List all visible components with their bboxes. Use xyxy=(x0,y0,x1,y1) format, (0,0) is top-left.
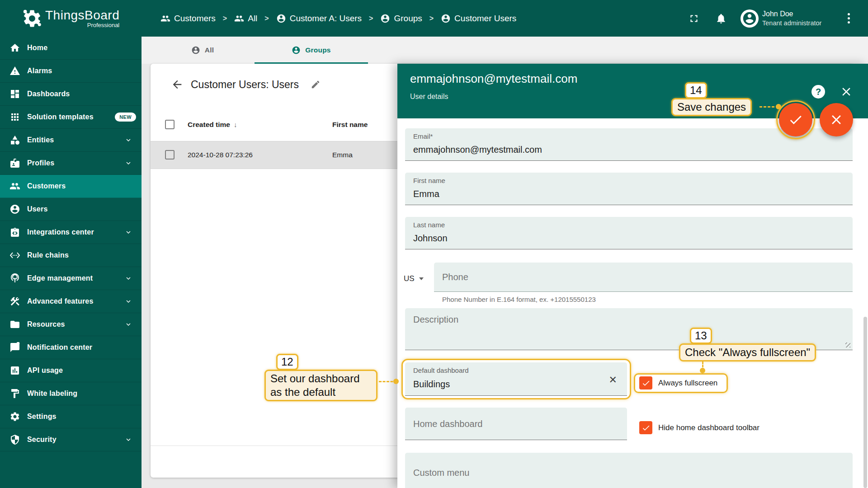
sidebar-item-security[interactable]: Security xyxy=(0,428,142,451)
sidebar-item-solution-templates[interactable]: Solution templates NEW xyxy=(0,106,142,129)
router-icon xyxy=(9,273,20,284)
phone-input[interactable] xyxy=(442,271,844,283)
chevron-down-icon xyxy=(124,159,132,167)
sidebar-item-resources[interactable]: Resources xyxy=(0,313,142,336)
thingsboard-logo[interactable]: ThingsBoard Professional xyxy=(0,0,142,37)
checkbox-checked-icon[interactable] xyxy=(639,421,652,434)
first-name-label: First name xyxy=(413,177,445,184)
column-first-name[interactable]: First name xyxy=(332,121,368,129)
description-textarea[interactable] xyxy=(413,314,844,343)
account-circle-icon xyxy=(191,46,200,55)
first-name-field[interactable]: First name xyxy=(405,173,853,205)
phone-field[interactable] xyxy=(434,263,853,292)
column-created-time[interactable]: Created time↓ xyxy=(188,121,237,129)
scrollbar-thumb[interactable] xyxy=(863,317,867,488)
sidebar-item-dashboards[interactable]: Dashboards xyxy=(0,83,142,106)
sidebar-item-notification-center[interactable]: Notification center xyxy=(0,336,142,359)
close-icon[interactable] xyxy=(840,85,853,99)
dropdown-arrow-icon xyxy=(419,277,424,280)
panel-subtitle: User details xyxy=(410,93,448,101)
account-circle-icon xyxy=(380,14,390,23)
sidebar-item-customers[interactable]: Customers xyxy=(0,175,142,198)
sidebar-item-integrations-center[interactable]: Integrations center xyxy=(0,221,142,244)
clear-icon[interactable]: ✕ xyxy=(609,374,617,386)
settings-ethernet-icon xyxy=(9,250,20,261)
sidebar-item-profiles[interactable]: Profiles xyxy=(0,152,142,175)
annotation-12-label: Set our dashboard as the default xyxy=(264,370,377,401)
custom-menu-input[interactable] xyxy=(413,466,844,479)
back-arrow-icon[interactable] xyxy=(171,78,184,91)
breadcrumb-separator: > xyxy=(264,14,269,23)
row-checkbox[interactable] xyxy=(165,150,175,160)
shield-icon xyxy=(9,434,20,445)
sidebar-item-settings[interactable]: Settings xyxy=(0,405,142,428)
phone-hint: Phone Number in E.164 format, ex. +12015… xyxy=(442,296,596,303)
user-menu[interactable]: John Doe Tenant administrator xyxy=(762,10,823,27)
home-icon xyxy=(9,42,20,53)
construction-icon xyxy=(9,296,20,307)
people-icon xyxy=(9,181,20,192)
last-name-field[interactable]: Last name xyxy=(405,217,853,249)
apps-icon xyxy=(9,112,20,122)
format-paint-icon xyxy=(9,388,20,399)
sidebar-item-edge-management[interactable]: Edge management xyxy=(0,267,142,290)
tab-groups[interactable]: Groups xyxy=(255,37,368,64)
sidebar-nav: Home Alarms Dashboards Solution template… xyxy=(0,37,142,451)
cancel-changes-button[interactable] xyxy=(820,103,853,136)
notifications-bell-icon[interactable] xyxy=(715,13,727,24)
country-code: US xyxy=(404,274,415,283)
first-name-input[interactable] xyxy=(413,188,844,200)
chevron-down-icon xyxy=(124,228,132,236)
user-role: Tenant administrator xyxy=(762,19,823,27)
always-fullscreen-checkbox[interactable]: Always fullscreen xyxy=(639,376,717,389)
breadcrumb-customer-a-users[interactable]: Customer A: Users xyxy=(276,14,362,23)
fullscreen-icon[interactable] xyxy=(688,13,700,24)
breadcrumb-groups[interactable]: Groups xyxy=(380,14,422,23)
chevron-down-icon xyxy=(124,436,132,444)
breadcrumb-customer-users[interactable]: Customer Users xyxy=(441,14,516,23)
cell-created-time: 2024-10-28 07:23:26 xyxy=(188,151,253,159)
hide-home-toolbar-checkbox[interactable]: Hide home dashboard toolbar xyxy=(639,421,760,434)
breadcrumb-separator: > xyxy=(369,14,373,23)
sidebar-item-rule-chains[interactable]: Rule chains xyxy=(0,244,142,267)
thingsboard-app: ThingsBoard Professional Home Alarms Das… xyxy=(0,0,868,488)
avatar[interactable] xyxy=(741,9,759,28)
breadcrumb-customers[interactable]: Customers xyxy=(160,14,216,23)
save-changes-button[interactable] xyxy=(779,103,812,136)
email-label: Email* xyxy=(413,132,433,140)
sort-desc-icon: ↓ xyxy=(234,121,237,128)
sidebar-item-users[interactable]: Users xyxy=(0,198,142,221)
breadcrumb-all[interactable]: All xyxy=(234,14,257,23)
thingsboard-logo-icon xyxy=(22,8,42,29)
chevron-down-icon xyxy=(124,136,132,144)
select-all-checkbox[interactable] xyxy=(165,120,175,129)
notification-icon xyxy=(9,342,20,353)
sidebar-item-api-usage[interactable]: API usage xyxy=(0,359,142,382)
gear-icon xyxy=(9,411,20,422)
help-icon[interactable]: ? xyxy=(811,85,825,99)
people-icon xyxy=(160,14,170,23)
default-dashboard-field[interactable]: Default dashboard ✕ xyxy=(405,362,627,396)
sidebar-item-alarms[interactable]: Alarms xyxy=(0,60,142,83)
app-name: ThingsBoard xyxy=(45,8,119,23)
sidebar-item-white-labeling[interactable]: White labeling xyxy=(0,382,142,405)
resize-handle[interactable] xyxy=(845,343,850,347)
edit-pencil-icon[interactable] xyxy=(311,80,321,89)
checkbox-checked-icon[interactable] xyxy=(639,376,652,389)
home-dashboard-field[interactable] xyxy=(405,408,627,440)
annotation-14-dot xyxy=(776,104,781,109)
email-input[interactable] xyxy=(413,143,844,156)
tab-all[interactable]: All xyxy=(151,37,255,64)
annotation-13-label: Check "Always fullscreen" xyxy=(679,343,816,361)
default-dashboard-input[interactable] xyxy=(413,378,600,390)
kebab-menu-icon[interactable] xyxy=(848,13,850,23)
sidebar-item-advanced-features[interactable]: Advanced features xyxy=(0,290,142,313)
breadcrumb: Customers > All > Customer A: Users > Gr… xyxy=(160,14,516,23)
account-circle-icon xyxy=(276,14,286,23)
home-dashboard-input[interactable] xyxy=(413,418,619,430)
last-name-input[interactable] xyxy=(413,232,844,244)
sidebar-item-home[interactable]: Home xyxy=(0,37,142,60)
sidebar-item-entities[interactable]: Entities xyxy=(0,129,142,152)
phone-country-select[interactable]: US xyxy=(404,272,431,286)
custom-menu-field[interactable] xyxy=(405,453,853,488)
